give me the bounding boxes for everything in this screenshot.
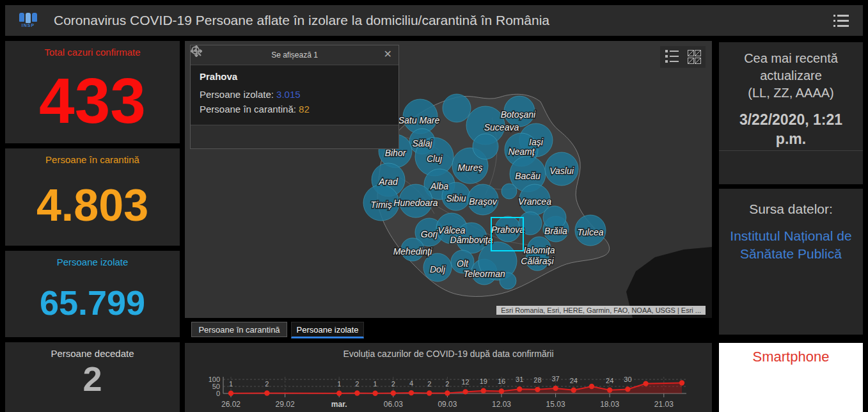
county-label: Arad <box>378 177 398 187</box>
county-label: Bacău <box>515 171 541 181</box>
svg-text:29.02: 29.02 <box>276 400 295 409</box>
svg-text:12.03: 12.03 <box>492 400 511 409</box>
stat-label: Total cazuri confirmate <box>44 47 140 58</box>
last-update-timestamp: 3/22/2020, 1:21 p.m. <box>719 111 863 149</box>
svg-text:1: 1 <box>374 380 377 388</box>
data-point-28.02[interactable] <box>264 390 269 395</box>
stat-value: 65.799 <box>40 267 145 337</box>
county-bubble[interactable] <box>501 184 517 199</box>
county-label: Mureș <box>458 162 483 173</box>
data-point-11.03[interactable] <box>481 388 486 393</box>
stat-value: 2 <box>83 361 102 412</box>
data-point-26.02[interactable] <box>228 391 233 396</box>
county-label: Hunedoara <box>393 198 438 208</box>
data-point-06.03[interactable] <box>391 390 396 395</box>
popup-body: Prahova Persoane izolate: 3.015 Persoane… <box>191 65 398 125</box>
data-source-card: Sursa datelor: Institutul Național de Să… <box>719 189 863 335</box>
county-bubble[interactable] <box>443 94 471 122</box>
data-source-title: Sursa datelor: <box>719 202 863 217</box>
zoom-in-icon[interactable] <box>191 45 202 57</box>
county-label: Timiș <box>370 200 391 210</box>
svg-text:2: 2 <box>355 380 359 388</box>
stat-card-deceased: Persoane decedate 2 <box>5 342 180 412</box>
data-point-04.03[interactable] <box>354 390 359 395</box>
map-tools <box>660 46 706 68</box>
data-point-07.03[interactable] <box>409 390 414 395</box>
svg-text:12: 12 <box>461 378 469 386</box>
svg-text:09.03: 09.03 <box>438 400 457 409</box>
chart-canvas: 05010026.0229.02mar.06.0309.0312.0315.03… <box>185 343 712 412</box>
county-bubble[interactable] <box>473 134 498 159</box>
svg-text:24: 24 <box>606 377 613 384</box>
tab-persoane-izolate[interactable]: Persoane izolate <box>291 322 364 338</box>
svg-text:31: 31 <box>516 376 523 383</box>
stat-value: 433 <box>39 58 146 143</box>
svg-text:2: 2 <box>265 380 269 388</box>
data-point-17.03[interactable] <box>589 384 594 389</box>
stat-card-isolated: Persoane izolate 65.799 <box>5 251 180 337</box>
svg-text:15.03: 15.03 <box>546 400 565 409</box>
county-label: Bihor <box>385 148 407 158</box>
popup-row-isolated: Persoane izolate: 3.015 <box>200 87 390 102</box>
county-label: Suceava <box>484 122 519 132</box>
data-point-18.03[interactable] <box>607 388 612 393</box>
svg-text:30: 30 <box>624 376 631 383</box>
basemap-icon[interactable] <box>688 50 700 64</box>
svg-text:19: 19 <box>480 377 487 385</box>
menu-icon[interactable] <box>833 15 849 27</box>
county-label: Cluj <box>427 154 443 164</box>
data-point-08.03[interactable] <box>427 390 432 395</box>
svg-text:1: 1 <box>229 380 233 388</box>
svg-text:100: 100 <box>209 376 220 383</box>
data-point-16.03[interactable] <box>571 388 576 393</box>
county-label: Prahova <box>491 225 525 235</box>
data-point-05.03[interactable] <box>372 391 377 396</box>
svg-text:18.03: 18.03 <box>600 400 619 409</box>
svg-text:mar.: mar. <box>331 400 347 409</box>
popup-header[interactable]: Se afișează 1 ✕ <box>191 45 398 65</box>
insp-logo-icon: INSP <box>17 9 40 32</box>
popup-row-quarantine: Persoane în carantină: 82 <box>200 102 390 116</box>
data-point-19.03[interactable] <box>625 386 630 392</box>
popup-header-label: Se afișează 1 <box>271 51 318 59</box>
county-label: Sibiu <box>446 193 466 203</box>
map-attribution[interactable]: Esri Romania, Esri, HERE, Garmin, FAO, N… <box>496 306 706 315</box>
data-point-12.03[interactable] <box>499 388 504 393</box>
data-point-03.03[interactable] <box>336 391 342 396</box>
svg-text:2: 2 <box>427 380 431 388</box>
stat-label: Persoane în carantină <box>45 154 139 165</box>
stat-value: 4.803 <box>36 165 148 246</box>
data-source-link[interactable]: Institutul Național de Sănătate Publică <box>719 227 863 264</box>
data-point-22.03[interactable] <box>679 380 684 385</box>
svg-text:4: 4 <box>409 379 413 387</box>
close-icon[interactable]: ✕ <box>384 48 392 60</box>
svg-text:26.02: 26.02 <box>221 400 241 409</box>
svg-text:24: 24 <box>570 377 578 384</box>
last-update-card: Cea mai recentă actualizare (LL, ZZ, AAA… <box>719 42 863 184</box>
data-point-20.03[interactable] <box>643 381 648 386</box>
county-label: Dolj <box>430 264 446 274</box>
svg-text:21.03: 21.03 <box>654 400 674 409</box>
legend-icon[interactable] <box>665 50 679 64</box>
popup-value-isolated[interactable]: 3.015 <box>276 89 301 100</box>
county-label: Iași <box>529 137 544 147</box>
data-point-15.03[interactable] <box>553 386 558 391</box>
last-update-format: (LL, ZZ, AAAA) <box>719 84 863 102</box>
smartphone-card: Smartphone <box>719 343 863 412</box>
svg-text:37: 37 <box>551 375 559 383</box>
data-point-13.03[interactable] <box>517 386 522 392</box>
county-label: Brăila <box>544 226 567 236</box>
chart-panel: 05010026.0229.02mar.06.0309.0312.0315.03… <box>185 343 712 412</box>
data-point-09.03[interactable] <box>445 390 450 395</box>
county-label: Călărași <box>521 256 554 266</box>
county-label: Brașov <box>469 196 498 207</box>
svg-text:1: 1 <box>337 380 341 388</box>
svg-text:06.03: 06.03 <box>384 400 403 409</box>
map-panel[interactable]: Satu MareBotoșaniSuceavaSălajIașiBihorCl… <box>185 41 712 318</box>
tab-persoane-in-carantina[interactable]: Persoane în carantină <box>191 322 287 337</box>
data-point-14.03[interactable] <box>535 387 540 392</box>
data-point-10.03[interactable] <box>462 389 468 394</box>
smartphone-label[interactable]: Smartphone <box>719 343 863 365</box>
stat-label: Persoane izolate <box>57 257 129 267</box>
svg-text:0: 0 <box>216 390 220 397</box>
